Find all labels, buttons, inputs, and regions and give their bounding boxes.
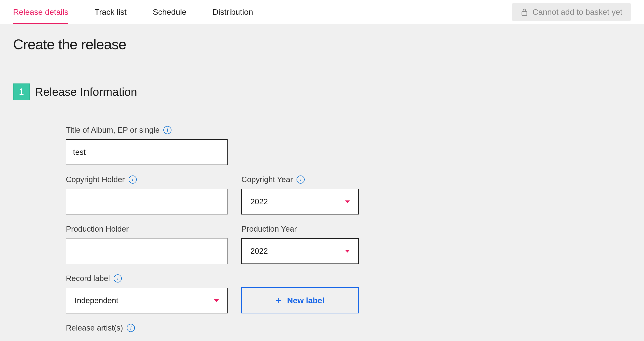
copyright-year-select[interactable]: 2022	[242, 189, 359, 214]
info-icon[interactable]: i	[127, 324, 135, 332]
plus-icon: +	[276, 296, 281, 305]
tab-bar: Release details Track list Schedule Dist…	[0, 0, 644, 24]
info-icon[interactable]: i	[114, 274, 122, 282]
production-year-value: 2022	[250, 246, 268, 256]
section-title: Release Information	[35, 85, 137, 98]
field-title: Title of Album, EP or single i	[66, 126, 228, 165]
info-icon[interactable]: i	[129, 176, 137, 184]
record-label-value: Independent	[75, 296, 118, 305]
field-production-year: Production Year 2022	[242, 224, 359, 264]
copyright-year-value: 2022	[250, 197, 268, 206]
copyright-holder-label: Copyright Holder	[66, 175, 125, 184]
tab-release-details[interactable]: Release details	[13, 0, 68, 24]
production-holder-input[interactable]	[66, 238, 228, 264]
release-artists-label: Release artist(s)	[66, 324, 123, 332]
field-record-label: Record label i Independent	[66, 274, 228, 314]
record-label-select[interactable]: Independent	[66, 288, 228, 314]
info-icon[interactable]: i	[164, 126, 172, 134]
tab-track-list[interactable]: Track list	[94, 0, 126, 24]
step-badge: 1	[13, 84, 30, 100]
production-year-label: Production Year	[242, 224, 297, 234]
title-input[interactable]	[66, 139, 228, 165]
lock-icon	[520, 8, 528, 16]
tab-distribution[interactable]: Distribution	[212, 0, 253, 24]
field-production-holder: Production Holder	[66, 224, 228, 264]
tab-schedule[interactable]: Schedule	[153, 0, 186, 24]
production-holder-label: Production Holder	[66, 224, 129, 234]
page-title: Create the release	[13, 36, 631, 52]
chevron-down-icon	[345, 200, 350, 203]
field-copyright-year: Copyright Year i 2022	[242, 175, 359, 214]
new-label-button-label: New label	[287, 296, 324, 305]
production-year-select[interactable]: 2022	[242, 238, 359, 264]
section-header: 1 Release Information	[13, 84, 631, 109]
chevron-down-icon	[345, 250, 350, 252]
release-form: Title of Album, EP or single i Copyright…	[13, 126, 631, 337]
field-release-artists: Release artist(s) i	[66, 324, 228, 337]
record-label-label: Record label	[66, 274, 110, 283]
new-label-button[interactable]: + New label	[242, 287, 359, 314]
title-label: Title of Album, EP or single	[66, 126, 160, 134]
content: Create the release 1 Release Information…	[0, 24, 644, 337]
chevron-down-icon	[214, 300, 219, 302]
field-copyright-holder: Copyright Holder i	[66, 175, 228, 214]
tabs: Release details Track list Schedule Dist…	[13, 0, 253, 24]
svg-rect-0	[522, 12, 527, 16]
add-to-basket-button: Cannot add to basket yet	[512, 3, 631, 21]
copyright-holder-input[interactable]	[66, 189, 228, 214]
info-icon[interactable]: i	[296, 176, 305, 184]
copyright-year-label: Copyright Year	[242, 175, 293, 184]
basket-button-label: Cannot add to basket yet	[532, 7, 622, 17]
